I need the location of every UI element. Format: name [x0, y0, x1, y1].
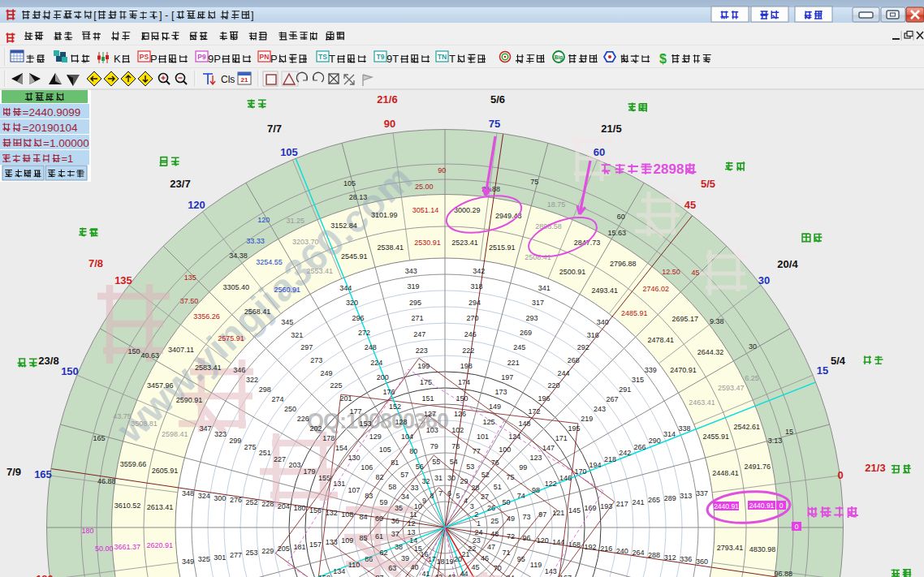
svg-text:275: 275	[244, 443, 256, 451]
svg-text:244: 244	[558, 369, 570, 377]
svg-text:2500.91: 2500.91	[559, 268, 586, 276]
svg-text:298: 298	[259, 385, 271, 394]
svg-text:2598.41: 2598.41	[162, 430, 188, 438]
svg-text:2440.91: 2440.91	[714, 502, 739, 510]
svg-text:121: 121	[552, 509, 564, 517]
svg-text:167: 167	[559, 574, 572, 577]
svg-text:86: 86	[365, 555, 373, 563]
svg-text:59: 59	[380, 498, 388, 506]
svg-text:318: 318	[471, 282, 483, 291]
svg-text:149: 149	[489, 403, 501, 411]
svg-text:201: 201	[339, 394, 352, 403]
svg-text:97: 97	[538, 510, 546, 519]
svg-text:344: 344	[339, 284, 352, 292]
svg-text:2542.61: 2542.61	[733, 423, 760, 431]
svg-text:312: 312	[664, 553, 676, 562]
svg-text:5: 5	[456, 492, 460, 500]
svg-text:60: 60	[617, 213, 625, 221]
svg-text:226: 226	[297, 415, 309, 423]
svg-text:177: 177	[350, 407, 362, 416]
svg-text:Big: Big	[555, 54, 563, 61]
svg-text:100: 100	[499, 446, 511, 454]
svg-text:250: 250	[284, 405, 296, 413]
svg-text:PS: PS	[140, 53, 149, 61]
svg-text:122: 122	[545, 480, 557, 488]
svg-text:75: 75	[506, 473, 514, 481]
svg-text:2545.91: 2545.91	[341, 252, 368, 261]
svg-text:3000.29: 3000.29	[454, 206, 481, 214]
svg-text:17: 17	[428, 555, 436, 563]
svg-text:58: 58	[388, 483, 396, 491]
svg-text:146: 146	[559, 474, 572, 482]
svg-text:33: 33	[410, 484, 418, 492]
svg-text:25.00: 25.00	[415, 183, 434, 191]
svg-text:108: 108	[341, 510, 353, 519]
svg-text:3051.14: 3051.14	[412, 206, 439, 214]
svg-text:3661.37: 3661.37	[114, 543, 140, 551]
svg-text:155: 155	[318, 474, 330, 482]
svg-text:62: 62	[380, 549, 388, 557]
svg-text:70: 70	[494, 564, 502, 572]
svg-text:289: 289	[664, 494, 676, 502]
svg-text:225: 225	[330, 381, 342, 390]
svg-text:194: 194	[589, 461, 602, 469]
svg-text:Cls: Cls	[221, 74, 235, 85]
svg-text:246: 246	[464, 330, 477, 338]
svg-text:221: 221	[507, 359, 520, 367]
svg-text:348: 348	[182, 489, 194, 497]
svg-text:$: $	[659, 52, 667, 66]
svg-text:2898: 2898	[654, 161, 684, 177]
svg-text:20/4: 20/4	[777, 258, 798, 270]
svg-text:134: 134	[333, 567, 345, 575]
svg-text:] - [: ] - [	[159, 9, 175, 21]
svg-text:2605.91: 2605.91	[152, 467, 179, 475]
svg-text:15: 15	[785, 428, 793, 436]
svg-text:3305.40: 3305.40	[223, 283, 250, 291]
svg-text:120: 120	[537, 536, 549, 545]
svg-text:102: 102	[451, 426, 464, 434]
svg-text:150: 150	[61, 365, 79, 377]
svg-text:53: 53	[466, 463, 474, 471]
svg-text:120: 120	[188, 199, 205, 211]
svg-text:192: 192	[585, 543, 597, 551]
svg-text:2448.41: 2448.41	[712, 469, 739, 477]
svg-text:40.63: 40.63	[141, 351, 160, 360]
svg-text:336: 336	[680, 555, 692, 563]
svg-text:21/3: 21/3	[865, 462, 885, 474]
svg-text:54: 54	[450, 458, 458, 466]
svg-text:342: 342	[473, 267, 485, 275]
svg-text:28.13: 28.13	[349, 193, 368, 201]
svg-text:2796.88: 2796.88	[610, 260, 637, 268]
svg-text:3508.81: 3508.81	[131, 420, 158, 428]
svg-text:131: 131	[333, 480, 345, 488]
svg-text:85: 85	[359, 534, 367, 542]
svg-text:12.50: 12.50	[662, 268, 680, 276]
svg-text:313: 313	[680, 492, 692, 500]
svg-text:154: 154	[335, 444, 348, 452]
svg-text:337: 337	[696, 489, 708, 497]
svg-text:56: 56	[416, 463, 424, 471]
svg-text:T: T	[449, 53, 456, 65]
svg-text:43.75: 43.75	[113, 412, 132, 420]
svg-text:45: 45	[684, 199, 696, 211]
svg-text:2478.41: 2478.41	[647, 336, 674, 344]
svg-text:268: 268	[568, 356, 580, 364]
svg-text:14: 14	[409, 536, 417, 545]
svg-text:10: 10	[414, 502, 422, 510]
svg-text:274: 274	[271, 395, 283, 403]
svg-text:29: 29	[460, 477, 468, 485]
svg-text:50: 50	[502, 498, 510, 506]
svg-text:=1: =1	[62, 153, 74, 165]
svg-text:349: 349	[182, 558, 194, 566]
svg-text:151: 151	[421, 394, 434, 403]
svg-text:292: 292	[577, 343, 589, 351]
svg-text:2793.41: 2793.41	[717, 544, 744, 552]
svg-text:2538.41: 2538.41	[378, 243, 404, 252]
svg-text:203: 203	[288, 461, 300, 469]
svg-text:98: 98	[532, 486, 540, 494]
svg-text:321: 321	[291, 331, 303, 339]
svg-text:76: 76	[491, 459, 499, 467]
svg-text:7/7: 7/7	[267, 123, 282, 135]
svg-text:41: 41	[421, 570, 430, 577]
svg-text:2455.91: 2455.91	[703, 433, 730, 441]
